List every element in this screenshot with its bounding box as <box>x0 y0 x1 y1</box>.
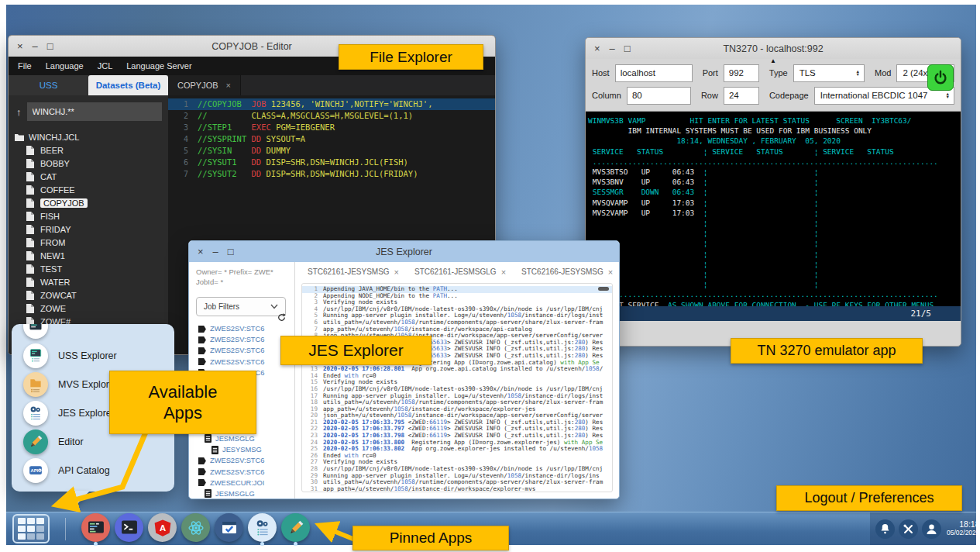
tree-item-zowe[interactable]: ZOWE <box>9 302 168 315</box>
tree-item-water[interactable]: WATER <box>9 275 168 288</box>
tree-item-bobby[interactable]: BOBBY <box>9 157 168 170</box>
column-input[interactable] <box>627 87 691 105</box>
host-input[interactable] <box>615 64 693 82</box>
clock-time: 18:18 <box>947 520 980 529</box>
code-editor[interactable]: 1//COPYJOB JOB 123456, 'WINCHJ',NOTIFY='… <box>168 95 495 180</box>
pinned-app-tn3270-terminal[interactable] <box>81 513 110 545</box>
app-menu-item-partial[interactable] <box>23 324 174 341</box>
job-item[interactable]: ZWES2SV:STC6 <box>196 334 291 345</box>
tree-item-copyjob[interactable]: COPYJOB <box>9 196 168 209</box>
close-tab-icon[interactable]: × <box>608 267 613 277</box>
job-filters-dropdown[interactable]: Job Filters <box>196 297 286 316</box>
menu-file[interactable]: File <box>18 61 32 71</box>
pinned-app-jes-explorer[interactable] <box>248 513 277 545</box>
job-item[interactable]: ZWES2SV:STC6 <box>196 345 291 356</box>
menu-language-server[interactable]: Language Server <box>126 61 191 71</box>
pinned-app-editor[interactable] <box>281 513 310 545</box>
editor-app-icon <box>23 430 48 454</box>
tree-item-winchj.jcl[interactable]: WINCHJ.JCL <box>9 130 168 143</box>
react-sample-app-icon <box>181 513 210 542</box>
clock[interactable]: 18:18 05/02/2020 <box>947 520 980 537</box>
close-tab-icon[interactable]: × <box>394 267 399 277</box>
app-menu-item-api-catalog[interactable]: APIAPI Catalog <box>23 456 174 485</box>
chevron-down-icon <box>270 304 278 309</box>
file-icon <box>26 251 36 260</box>
code-line: 2// CLASS=A,MSGCLASS=H,MSGLEVEL=(1,1) <box>168 110 495 122</box>
tree-item-test[interactable]: TEST <box>9 262 168 275</box>
grid-icon <box>18 518 44 540</box>
file-icon <box>26 172 36 181</box>
tree-item-from[interactable]: FROM <box>9 236 168 249</box>
tree-item-friday[interactable]: FRIDAY <box>9 223 168 236</box>
job-item[interactable]: ZWES2SV:STC6 <box>196 466 291 477</box>
tree-item-beer[interactable]: BEER <box>9 143 168 157</box>
clock-date: 05/02/2020 <box>947 529 980 537</box>
system-tray: 18:18 05/02/2020 <box>870 512 976 545</box>
pinned-app-vt-terminal[interactable] <box>115 513 143 545</box>
spool-tab-stc62161-jesmsglg[interactable]: STC62161-JESMSGLG× <box>408 267 512 277</box>
tab-uss[interactable]: USS <box>9 75 88 95</box>
tab-datasets[interactable]: Datasets (Beta) <box>88 75 168 95</box>
up-level-icon[interactable]: ↑ <box>16 106 22 118</box>
pinned-app-task-checklist-app[interactable] <box>215 513 243 545</box>
row-input[interactable] <box>724 87 759 105</box>
dataset-path-input[interactable] <box>27 102 163 121</box>
job-item[interactable]: ZWES2SV:STC6 <box>196 357 291 367</box>
file-icon <box>26 198 36 208</box>
app-menu-item-uss-explorer[interactable]: USS Explorer <box>23 341 174 370</box>
uss-app-icon <box>23 343 48 368</box>
spool-file-item[interactable]: JESMSGLG <box>196 433 291 444</box>
tree-item-zowcat[interactable]: ZOWCAT <box>9 288 168 302</box>
menu-language[interactable]: Language <box>46 61 84 71</box>
spool-file-item[interactable]: JESYSMSG <box>196 444 291 455</box>
tn3270-titlebar[interactable]: ×–□ TN3270 - localhost:992 <box>586 38 961 59</box>
type-select[interactable]: TLS ▲▼ <box>793 64 865 82</box>
terminal-screen[interactable]: WINMVS3B VAMP HIT ENTER FOR LATEST STATU… <box>586 111 961 306</box>
svg-text:A: A <box>159 523 165 532</box>
terminal-row: SELECT SERVICE AS SHOWN ABOVE FOR CONNEC… <box>588 300 958 306</box>
spool-log-container[interactable]: 1Appending JAVA_HOME/bin to the PATH...2… <box>301 283 613 492</box>
scrollbar-thumb[interactable] <box>598 287 609 291</box>
zowe-desktop: ×–□ COPYJOB - Editor FileLanguageJCLLang… <box>0 0 980 552</box>
jes-titlebar[interactable]: ×–□ JES Explorer <box>189 241 619 262</box>
menu-jcl[interactable]: JCL <box>98 61 113 71</box>
code-line: 5//SYSIN DD DUMMY <box>168 145 495 157</box>
job-tag-icon <box>198 347 206 354</box>
terminal-row: ¦ ¦ <box>588 269 958 279</box>
select-arrows-icon: ▲▼ <box>946 92 950 98</box>
task-checklist-app-icon <box>215 513 243 542</box>
connect-power-button[interactable] <box>927 64 954 91</box>
notifications-button[interactable] <box>875 519 895 539</box>
close-tab-icon[interactable]: × <box>501 267 506 277</box>
job-item[interactable]: ZWES2SV:STC6 <box>196 455 291 466</box>
user-logout-button[interactable] <box>922 519 941 539</box>
pinned-app-react-sample-app[interactable] <box>181 513 210 545</box>
terminal-statusbar: 21/5 <box>586 306 961 321</box>
port-input[interactable] <box>724 64 759 82</box>
spool-tab-stc62161-jesysmsg[interactable]: STC62161-JESYSMSG× <box>301 267 405 277</box>
preferences-button[interactable] <box>899 519 918 539</box>
tree-item-cat[interactable]: CAT <box>9 170 168 183</box>
spool-tab-stc62166-jesysmsg[interactable]: STC62166-JESYSMSG× <box>515 267 619 277</box>
editor-tab-copyjob[interactable]: COPYJOB × <box>168 75 241 95</box>
app-launcher-button[interactable] <box>12 514 50 543</box>
bell-icon <box>877 521 893 537</box>
close-tab-icon[interactable]: × <box>226 81 231 90</box>
tree-item-fish[interactable]: FISH <box>9 209 168 223</box>
annotation-available-apps: AvailableApps <box>109 371 256 434</box>
refresh-icon[interactable] <box>277 312 287 326</box>
collapse-settings-icon[interactable]: ▲ <box>770 57 776 64</box>
editor-sidebar: USS Datasets (Beta) ↑ WINCHJ.JCLBEERBOBB… <box>9 75 168 354</box>
annotation-tn3270: TN 3270 emulator app <box>731 338 923 364</box>
tree-item-coffee[interactable]: COFFEE <box>9 183 168 196</box>
tree-item-new1[interactable]: NEW1 <box>9 249 168 262</box>
person-icon <box>923 521 940 537</box>
pinned-app-angular-sample-app[interactable]: A <box>148 513 177 545</box>
taskbar-divider <box>65 518 66 540</box>
job-item[interactable]: ZWESECUR:JOI <box>196 478 291 488</box>
tools-icon <box>900 521 916 537</box>
dataset-tree: WINCHJ.JCLBEERBOBBYCATCOFFEECOPYJOBFISHF… <box>9 130 168 354</box>
spool-file-icon <box>205 489 211 498</box>
spool-file-item[interactable]: JESMSGLG <box>196 488 291 499</box>
terminal-row: MVS2VAMP UP 17:03 ¦ ¦ <box>588 208 958 218</box>
